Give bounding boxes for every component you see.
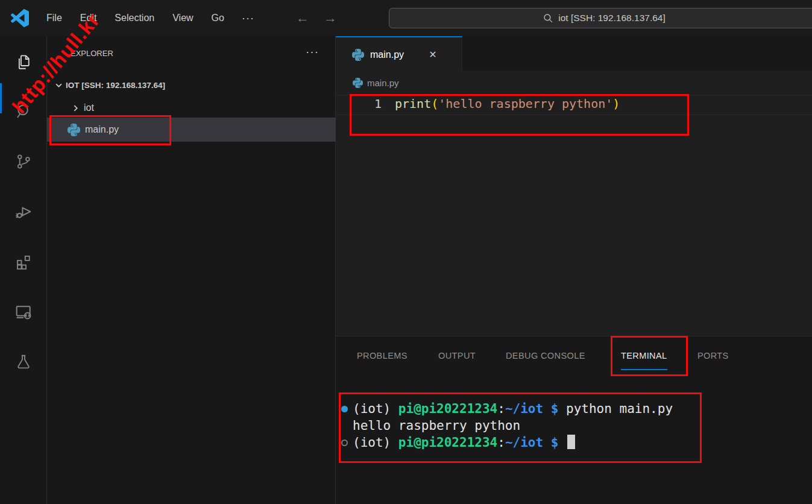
panel-tab-problems[interactable]: PROBLEMS bbox=[357, 351, 408, 369]
explorer-title: EXPLORER bbox=[71, 49, 113, 58]
command-pending-decoration-icon[interactable] bbox=[341, 439, 348, 446]
panel-tab-debug-console[interactable]: DEBUG CONSOLE bbox=[506, 351, 585, 369]
menu-go[interactable]: Go bbox=[203, 9, 233, 27]
tab-close-icon[interactable]: ✕ bbox=[426, 48, 440, 62]
search-icon bbox=[543, 13, 553, 24]
activity-bar bbox=[0, 36, 47, 504]
nav-back-icon[interactable]: ← bbox=[294, 10, 311, 26]
code-editor[interactable]: 1 print('hello raspberry python') bbox=[336, 94, 812, 336]
menu-file[interactable]: File bbox=[37, 9, 71, 27]
editor-tab-bar: main.py ✕ bbox=[336, 36, 812, 72]
tree-item-label: main.py bbox=[85, 124, 119, 135]
tree-item-main-py[interactable]: main.py bbox=[47, 118, 336, 142]
testing-icon[interactable] bbox=[0, 345, 47, 379]
command-success-decoration-icon[interactable] bbox=[341, 406, 348, 412]
title-bar: File Edit Selection View Go ··· ← → iot … bbox=[0, 0, 812, 36]
terminal-line: hello raspberry python bbox=[353, 417, 520, 434]
python-file-icon bbox=[68, 124, 80, 136]
terminal-line: (iot) pi@pi20221234:~/iot $ python main.… bbox=[353, 400, 673, 417]
tree-root-label: IOT [SSH: 192.168.137.64] bbox=[66, 81, 165, 90]
chevron-down-icon bbox=[55, 81, 62, 90]
remote-explorer-icon[interactable] bbox=[0, 295, 47, 329]
breadcrumb-item[interactable]: main.py bbox=[367, 78, 399, 88]
menu-edit[interactable]: Edit bbox=[71, 9, 106, 27]
nav-forward-icon[interactable]: → bbox=[322, 10, 339, 26]
search-value: iot [SSH: 192.168.137.64] bbox=[558, 13, 666, 24]
tree-item-iot-folder[interactable]: iot bbox=[47, 99, 336, 117]
extensions-icon[interactable] bbox=[0, 245, 47, 279]
explorer-sidebar: EXPLORER ··· IOT [SSH: 192.168.137.64] i… bbox=[47, 36, 336, 504]
code-line-1[interactable]: print('hello raspberry python') bbox=[395, 96, 620, 111]
panel-tab-ports[interactable]: PORTS bbox=[697, 351, 729, 369]
tab-main-py[interactable]: main.py ✕ bbox=[336, 36, 462, 72]
menu-view[interactable]: View bbox=[163, 9, 202, 27]
chevron-right-icon bbox=[72, 103, 79, 114]
tree-item-label: iot bbox=[84, 102, 94, 113]
bottom-panel: PROBLEMS OUTPUT DEBUG CONSOLE TERMINAL P… bbox=[336, 336, 812, 504]
vscode-logo-icon bbox=[11, 9, 29, 27]
source-control-icon[interactable] bbox=[0, 145, 47, 178]
breadcrumb[interactable]: main.py bbox=[336, 72, 812, 94]
vscode-window: File Edit Selection View Go ··· ← → iot … bbox=[0, 0, 812, 504]
run-and-debug-icon[interactable] bbox=[0, 195, 47, 228]
explorer-icon[interactable] bbox=[0, 45, 47, 79]
python-file-icon bbox=[353, 78, 363, 88]
line-number: 1 bbox=[336, 96, 382, 111]
tree-root-iot-ssh[interactable]: IOT [SSH: 192.168.137.64] bbox=[47, 76, 336, 94]
command-center-search[interactable]: iot [SSH: 192.168.137.64] bbox=[389, 8, 812, 28]
panel-tab-terminal[interactable]: TERMINAL bbox=[621, 351, 667, 370]
python-file-icon bbox=[352, 49, 364, 61]
explorer-more-icon[interactable]: ··· bbox=[306, 45, 319, 58]
menu-selection[interactable]: Selection bbox=[105, 9, 163, 27]
panel-tab-output[interactable]: OUTPUT bbox=[438, 351, 476, 369]
menu-more-icon[interactable]: ··· bbox=[233, 8, 263, 28]
search-view-icon[interactable] bbox=[0, 95, 47, 128]
tab-label: main.py bbox=[370, 49, 404, 60]
terminal-line: (iot) pi@pi20221234:~/iot $ bbox=[353, 434, 575, 451]
